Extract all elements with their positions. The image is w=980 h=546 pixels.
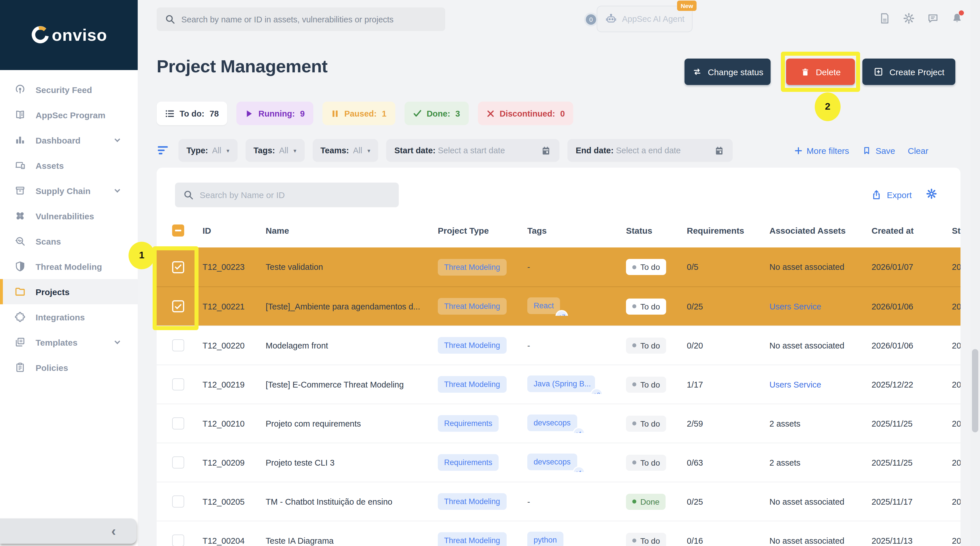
project-name[interactable]: TM - Chatbot Instituição de ensino <box>256 497 429 506</box>
trash-icon <box>800 67 810 77</box>
sidebar-collapse-button[interactable]: ‹ <box>0 519 137 544</box>
export-button[interactable]: Export <box>871 190 912 200</box>
sidebar-item-security-feed[interactable]: Security Feed <box>0 77 138 102</box>
sidebar-nav: Security FeedAppSec ProgramDashboardAsse… <box>0 70 138 380</box>
row-checkbox[interactable] <box>172 339 184 351</box>
end-date-filter[interactable]: End date: Select a end date <box>568 139 733 162</box>
column-header-name[interactable]: Name <box>256 225 429 235</box>
global-search[interactable] <box>157 8 445 31</box>
row-checkbox-cell <box>157 457 193 468</box>
delete-button[interactable]: Delete <box>786 59 855 85</box>
table-settings-gear-icon[interactable] <box>926 188 937 202</box>
status-cell: Done <box>617 493 678 509</box>
project-name[interactable]: Projeto com requirements <box>256 419 429 428</box>
table-row[interactable]: T12_00205TM - Chatbot Instituição de ens… <box>157 482 961 521</box>
bell-icon[interactable] <box>950 11 964 25</box>
sidebar-item-scans[interactable]: Scans <box>0 228 138 254</box>
plus-square-icon <box>873 67 884 77</box>
row-checkbox[interactable] <box>172 535 184 546</box>
sidebar-item-projects[interactable]: Projects <box>0 279 138 304</box>
table-row[interactable]: T12_00209Projeto teste CLI 3Requirements… <box>157 443 961 482</box>
column-header-id[interactable]: ID <box>193 225 256 235</box>
status-chip-done[interactable]: Done:3 <box>404 102 468 125</box>
table-row[interactable]: T12_00210Projeto com requirementsRequire… <box>157 404 961 443</box>
tag-chip[interactable]: devsecops <box>527 414 577 431</box>
tag-chip[interactable]: Java (Spring B... <box>527 375 595 392</box>
column-header-associated-assets[interactable]: Associated Assets <box>760 225 862 235</box>
row-checkbox[interactable] <box>172 417 184 429</box>
status-chip-to-do[interactable]: To do:78 <box>157 102 228 125</box>
status-chip-running[interactable]: Running:9 <box>237 102 313 125</box>
type-filter[interactable]: Type: All ▾ <box>178 139 237 162</box>
status-chip-count: 9 <box>300 109 305 118</box>
caret-down-icon: ▾ <box>293 147 296 153</box>
page-scrollbar[interactable] <box>970 0 980 546</box>
sidebar-item-integrations[interactable]: Integrations <box>0 304 138 330</box>
associated-assets[interactable]: Users Service <box>760 302 862 311</box>
row-checkbox[interactable] <box>172 378 184 390</box>
status-chip-paused[interactable]: Paused:1 <box>323 102 395 125</box>
column-header-status[interactable]: Status <box>617 225 678 235</box>
chat-icon[interactable] <box>926 11 940 25</box>
requirements: 0/25 <box>678 302 760 311</box>
project-name[interactable]: Teste validation <box>256 262 429 271</box>
tags-filter[interactable]: Tags: All ▾ <box>246 139 305 162</box>
more-filters-button[interactable]: More filters <box>794 145 849 155</box>
sidebar-item-appsec-program[interactable]: AppSec Program <box>0 102 138 128</box>
project-name[interactable]: [Teste]_Ambiente para agendamentos d... <box>256 302 429 311</box>
gear-icon[interactable] <box>902 11 916 25</box>
status-chip-discontinued[interactable]: Discontinued:0 <box>478 102 573 125</box>
project-name[interactable]: Modelagem front <box>256 341 429 350</box>
sidebar-item-supply-chain[interactable]: Supply Chain <box>0 178 138 203</box>
conviso-logo[interactable]: onviso <box>0 0 138 70</box>
project-type-cell: Threat Modeling <box>429 298 518 315</box>
appsec-ai-agent-button[interactable]: 0 AppSec AI Agent New <box>597 6 692 32</box>
table-row[interactable]: T12_00221[Teste]_Ambiente para agendamen… <box>157 286 961 326</box>
column-header-created-at[interactable]: Created at <box>862 225 943 235</box>
column-header-sta[interactable]: Sta <box>943 225 961 235</box>
project-name[interactable]: [Teste] E-Commerce Threat Modeling <box>256 380 429 389</box>
teams-filter[interactable]: Teams: All ▾ <box>312 139 379 162</box>
row-checkbox[interactable] <box>172 457 184 468</box>
row-checkbox[interactable] <box>172 261 184 273</box>
requirements: 1/17 <box>678 380 760 389</box>
global-search-input[interactable] <box>181 14 437 24</box>
row-checkbox-cell <box>157 300 193 312</box>
clear-filters-button[interactable]: Clear <box>908 145 928 155</box>
column-header-requirements[interactable]: Requirements <box>678 225 760 235</box>
change-status-button[interactable]: Change status <box>684 59 771 85</box>
row-checkbox[interactable] <box>172 495 184 508</box>
sidebar-item-threat-modeling[interactable]: Threat Modeling <box>0 254 138 279</box>
filter-icon[interactable] <box>157 144 169 157</box>
select-all-checkbox[interactable] <box>172 224 184 236</box>
requirements: 0/20 <box>678 341 760 350</box>
sidebar-item-assets[interactable]: Assets <box>0 153 138 178</box>
table-search-input[interactable] <box>200 190 391 200</box>
table-row[interactable]: T12_00220Modelagem frontThreat Modeling-… <box>157 326 961 365</box>
tag-chip[interactable]: devsecops <box>527 453 577 470</box>
sidebar-item-vulnerabilities[interactable]: Vulnerabilities <box>0 203 138 228</box>
associated-assets[interactable]: Users Service <box>760 380 862 389</box>
table-row[interactable]: T12_00223Teste validationThreat Modeling… <box>157 247 961 286</box>
row-checkbox[interactable] <box>172 300 184 312</box>
document-icon[interactable] <box>878 11 892 25</box>
sidebar-item-dashboard[interactable]: Dashboard <box>0 128 138 153</box>
tag-chip[interactable]: python <box>527 532 563 546</box>
save-filter-button[interactable]: Save <box>862 145 895 155</box>
create-project-button[interactable]: Create Project <box>862 59 955 85</box>
project-type-cell: Threat Modeling <box>429 376 518 393</box>
sidebar-item-policies[interactable]: Policies <box>0 355 138 380</box>
column-header-project-type[interactable]: Project Type <box>429 225 518 235</box>
project-name[interactable]: Projeto teste CLI 3 <box>256 458 429 467</box>
tags-cell: - <box>518 341 617 350</box>
sidebar-item-templates[interactable]: Templates <box>0 330 138 355</box>
tag-chip[interactable]: React <box>527 297 560 314</box>
project-name[interactable]: Teste IA Diagrama <box>256 536 429 545</box>
start-date-filter[interactable]: Start date: Select a start date <box>387 139 560 162</box>
scrollbar-thumb[interactable] <box>972 349 978 432</box>
plus-icon <box>794 146 803 155</box>
column-header-tags[interactable]: Tags <box>518 225 617 235</box>
table-row[interactable]: T12_00219[Teste] E-Commerce Threat Model… <box>157 365 961 404</box>
table-search[interactable] <box>175 183 399 207</box>
table-row[interactable]: T12_00204Teste IA DiagramaThreat Modelin… <box>157 521 961 546</box>
